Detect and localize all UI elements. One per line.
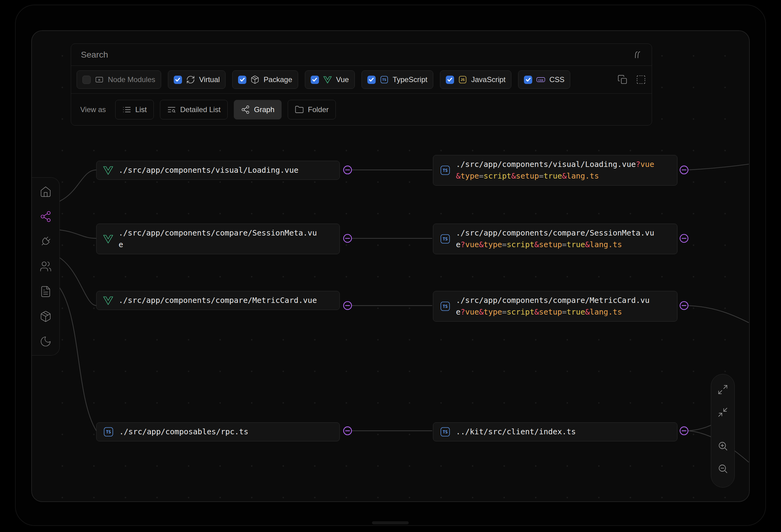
node-path-text: ./src/app/components/compare/SessionMeta… — [119, 227, 319, 251]
users-icon — [40, 260, 52, 273]
search-bar — [71, 44, 652, 65]
filter-row: n Node Modules Virtual Package Vue — [71, 65, 652, 93]
view-button-list[interactable]: List — [115, 100, 154, 120]
graph-icon — [40, 210, 52, 223]
sidebar-item-docs[interactable] — [39, 284, 53, 299]
checkbox-checked[interactable] — [174, 76, 182, 84]
view-as-label: View as — [80, 105, 106, 114]
svg-text:TS: TS — [382, 78, 386, 82]
graph-node[interactable]: TS ./src/app/composables/rpc.ts — [96, 423, 340, 441]
filter-label: Virtual — [199, 75, 220, 84]
regex-icon — [632, 50, 643, 60]
typescript-icon: TS — [439, 426, 451, 438]
filter-label: JavaScript — [471, 75, 505, 84]
sidebar-item-home[interactable] — [39, 184, 53, 198]
checkbox-checked[interactable] — [238, 76, 246, 84]
css-icon: css — [536, 75, 545, 84]
zoom-in-icon — [717, 440, 728, 451]
graph-node[interactable]: TS ./src/app/components/compare/MetricCa… — [433, 291, 677, 322]
detailed-list-icon — [167, 105, 176, 114]
javascript-icon: JS — [458, 75, 467, 84]
vue-icon — [102, 233, 114, 245]
typescript-icon: TS — [439, 301, 451, 312]
svg-text:TS: TS — [443, 304, 448, 309]
zoom-controls — [711, 374, 735, 488]
filter-chip-css[interactable]: css CSS — [518, 71, 570, 89]
filter-chip-javascript[interactable]: JS JavaScript — [440, 71, 511, 89]
filter-chip-vue[interactable]: Vue — [305, 71, 355, 89]
folder-icon — [295, 105, 304, 114]
page-background: ./src/app/components/visual/Loading.vue … — [0, 0, 781, 532]
copy-icon — [617, 75, 628, 85]
sidebar — [32, 177, 60, 356]
virtual-icon — [186, 75, 195, 84]
sidebar-item-users[interactable] — [39, 259, 53, 273]
filter-chip-typescript[interactable]: TS TypeScript — [362, 71, 433, 89]
search-input[interactable] — [80, 50, 626, 60]
plug-icon — [40, 235, 52, 248]
filter-chip-package[interactable]: Package — [232, 71, 298, 89]
typescript-icon: TS — [439, 233, 451, 245]
view-button-folder[interactable]: Folder — [288, 100, 336, 120]
zoom-in-button[interactable] — [714, 436, 731, 456]
minimize-icon — [717, 407, 728, 418]
checkbox-checked[interactable] — [367, 76, 376, 84]
sidebar-item-plugins[interactable] — [39, 234, 53, 249]
node-path-text: ./src/app/components/visual/Loading.vue — [119, 165, 319, 176]
list-icon — [122, 105, 131, 114]
home-icon — [40, 185, 52, 197]
view-button-label: Folder — [308, 105, 329, 114]
package-icon — [40, 310, 52, 322]
vue-icon — [102, 295, 114, 306]
bezel-handle — [372, 521, 409, 524]
svg-text:TS: TS — [443, 430, 448, 434]
graph-node[interactable]: TS ../kit/src/client/index.ts — [433, 423, 677, 441]
file-icon — [40, 285, 52, 298]
svg-text:TS: TS — [443, 168, 448, 173]
node-path-text: ../kit/src/client/index.ts — [456, 426, 657, 438]
typescript-icon: TS — [380, 75, 389, 84]
typescript-icon: TS — [102, 426, 114, 438]
fit-expand-button[interactable] — [714, 380, 731, 399]
filter-label: Node Modules — [108, 75, 155, 84]
graph-node[interactable]: ./src/app/components/compare/MetricCard.… — [96, 291, 340, 310]
checkbox-checked[interactable] — [311, 76, 319, 84]
filter-label: TypeScript — [393, 75, 427, 84]
fit-collapse-button[interactable] — [714, 402, 731, 422]
copy-button[interactable] — [617, 75, 628, 85]
checkbox-checked[interactable] — [524, 76, 532, 84]
view-button-detailed-list[interactable]: Detailed List — [160, 100, 228, 120]
view-as-row: View as List Detailed List Graph Folder — [71, 93, 652, 125]
svg-text:TS: TS — [443, 237, 448, 241]
sidebar-item-packages[interactable] — [39, 309, 53, 323]
node-path-text: ./src/app/components/compare/MetricCard.… — [119, 295, 319, 306]
sidebar-item-graph[interactable] — [39, 210, 53, 224]
view-button-label: List — [135, 105, 147, 114]
moon-icon — [40, 336, 52, 348]
sidebar-item-theme-toggle[interactable] — [39, 335, 53, 349]
svg-text:JS: JS — [461, 78, 465, 82]
filter-chip-node-modules[interactable]: n Node Modules — [77, 71, 161, 89]
app-window: ./src/app/components/visual/Loading.vue … — [31, 30, 750, 502]
header-panel: n Node Modules Virtual Package Vue — [71, 43, 652, 126]
graph-node[interactable]: ./src/app/components/visual/Loading.vue — [96, 161, 340, 180]
vue-icon — [323, 75, 332, 84]
node-path-text: ./src/app/components/compare/MetricCard.… — [456, 295, 657, 318]
graph-node[interactable]: TS ./src/app/components/compare/SessionM… — [433, 224, 677, 254]
checkbox-checked[interactable] — [446, 76, 454, 84]
checkbox-unchecked[interactable] — [82, 76, 91, 84]
box-select-button[interactable] — [636, 75, 646, 85]
typescript-icon: TS — [439, 165, 451, 176]
vue-icon — [102, 165, 114, 176]
view-button-graph[interactable]: Graph — [234, 100, 282, 120]
graph-icon — [241, 105, 250, 114]
view-button-label: Graph — [254, 105, 275, 114]
graph-node[interactable]: ./src/app/components/compare/SessionMeta… — [96, 224, 340, 254]
filter-label: Vue — [336, 75, 349, 84]
package-icon — [250, 75, 259, 84]
zoom-out-button[interactable] — [714, 459, 731, 478]
graph-node[interactable]: TS ./src/app/components/visual/Loading.v… — [433, 155, 677, 186]
filter-chip-virtual[interactable]: Virtual — [168, 71, 226, 89]
regex-toggle-button[interactable] — [632, 50, 643, 60]
filter-actions — [617, 75, 646, 85]
